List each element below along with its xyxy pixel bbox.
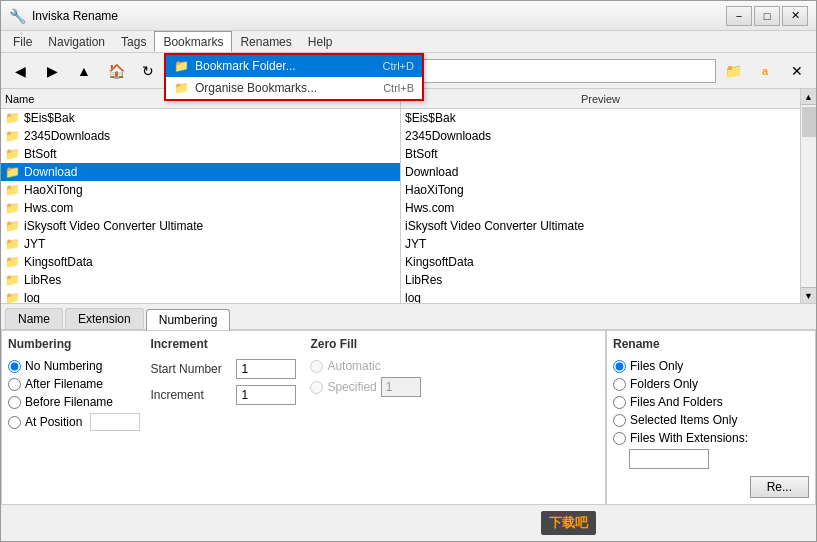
rename-section: Rename Files Only Folders Only Files And… xyxy=(606,330,816,505)
at-position-option[interactable]: At Position xyxy=(8,413,140,431)
rename-button[interactable]: Re... xyxy=(750,476,809,498)
numbering-options: Numbering No Numbering After Filename Be… xyxy=(8,337,140,498)
scroll-thumb[interactable] xyxy=(802,107,816,137)
file-list-items: 📁$Eis$Bak 📁2345Downloads 📁BtSoft 📁Downlo… xyxy=(1,109,400,303)
preview-item: Hws.com xyxy=(401,199,800,217)
before-filename-option[interactable]: Before Filename xyxy=(8,395,140,409)
files-and-folders-option[interactable]: Files And Folders xyxy=(613,395,809,409)
numbering-radio-group: No Numbering After Filename Before Filen… xyxy=(8,359,140,431)
increment-input[interactable] xyxy=(236,385,296,405)
zerofill-section: Zero Fill Automatic Specified xyxy=(310,337,440,498)
file-item[interactable]: 📁JYT xyxy=(1,235,400,253)
folders-only-radio[interactable] xyxy=(613,378,626,391)
preview-item: log xyxy=(401,289,800,303)
files-with-extensions-option[interactable]: Files With Extensions: xyxy=(613,431,809,445)
start-number-input[interactable] xyxy=(236,359,296,379)
folder-icon: 📁 xyxy=(5,201,20,215)
position-input[interactable] xyxy=(90,413,140,431)
at-position-radio[interactable] xyxy=(8,416,21,429)
file-item[interactable]: 📁HaoXiTong xyxy=(1,181,400,199)
preview-item: 2345Downloads xyxy=(401,127,800,145)
file-item-selected[interactable]: 📁Download xyxy=(1,163,400,181)
scroll-down[interactable]: ▼ xyxy=(801,287,816,303)
menu-tags[interactable]: Tags xyxy=(113,31,154,52)
before-filename-radio[interactable] xyxy=(8,396,21,409)
maximize-button[interactable]: □ xyxy=(754,6,780,26)
preview-item: iSkysoft Video Converter Ultimate xyxy=(401,217,800,235)
file-item[interactable]: 📁KingsoftData xyxy=(1,253,400,271)
bottom-panel: Numbering No Numbering After Filename Be… xyxy=(1,330,816,505)
amazon-button[interactable]: a xyxy=(750,56,780,86)
file-item[interactable]: 📁2345Downloads xyxy=(1,127,400,145)
menu-file[interactable]: File xyxy=(5,31,40,52)
app-title: Inviska Rename xyxy=(32,9,726,23)
minimize-button[interactable]: − xyxy=(726,6,752,26)
bookmark-folder-item[interactable]: 📁 Bookmark Folder... Ctrl+D xyxy=(166,55,422,77)
automatic-option[interactable]: Automatic xyxy=(310,359,440,373)
specified-option[interactable]: Specified xyxy=(310,377,440,397)
automatic-radio[interactable] xyxy=(310,360,323,373)
rename-radio-group: Files Only Folders Only Files And Folder… xyxy=(613,359,809,469)
file-item[interactable]: 📁log xyxy=(1,289,400,303)
organise-bookmarks-label: Organise Bookmarks... xyxy=(195,81,317,95)
tab-name[interactable]: Name xyxy=(5,308,63,329)
menu-bookmarks[interactable]: Bookmarks xyxy=(154,31,232,52)
after-filename-radio[interactable] xyxy=(8,378,21,391)
preview-item: HaoXiTong xyxy=(401,181,800,199)
selected-items-option[interactable]: Selected Items Only xyxy=(613,413,809,427)
extensions-input[interactable] xyxy=(629,449,709,469)
tabs-area: Name Extension Numbering xyxy=(1,304,816,330)
scrollbar[interactable]: ▲ ▼ xyxy=(800,89,816,303)
after-filename-option[interactable]: After Filename xyxy=(8,377,140,391)
file-item[interactable]: 📁Hws.com xyxy=(1,199,400,217)
folders-only-option[interactable]: Folders Only xyxy=(613,377,809,391)
scroll-up[interactable]: ▲ xyxy=(801,89,816,105)
title-bar: 🔧 Inviska Rename − □ ✕ xyxy=(1,1,816,31)
specified-input[interactable] xyxy=(381,377,421,397)
files-with-extensions-radio[interactable] xyxy=(613,432,626,445)
bookmark-folder-shortcut: Ctrl+D xyxy=(383,60,414,72)
bookmark-folder-icon: 📁 xyxy=(174,59,189,73)
browse-button[interactable]: 📁 xyxy=(718,56,748,86)
zerofill-radio-group: Automatic Specified xyxy=(310,359,440,397)
specified-radio[interactable] xyxy=(310,381,323,394)
file-item[interactable]: 📁iSkysoft Video Converter Ultimate xyxy=(1,217,400,235)
no-numbering-option[interactable]: No Numbering xyxy=(8,359,140,373)
no-numbering-radio[interactable] xyxy=(8,360,21,373)
preview-item: Download xyxy=(401,163,800,181)
file-item[interactable]: 📁LibRes xyxy=(1,271,400,289)
up-button[interactable]: ▲ xyxy=(69,56,99,86)
menu-renames[interactable]: Renames xyxy=(232,31,299,52)
start-number-label: Start Number xyxy=(150,362,230,376)
rename-btn-area: Re... xyxy=(613,476,809,498)
increment-fields: Start Number Increment xyxy=(150,359,300,405)
options-button[interactable]: ✕ xyxy=(782,56,812,86)
tab-numbering[interactable]: Numbering xyxy=(146,309,231,330)
files-only-radio[interactable] xyxy=(613,360,626,373)
forward-button[interactable]: ▶ xyxy=(37,56,67,86)
preview-item: LibRes xyxy=(401,271,800,289)
increment-title: Increment xyxy=(150,337,300,351)
file-item[interactable]: 📁BtSoft xyxy=(1,145,400,163)
refresh-button[interactable]: ↻ xyxy=(133,56,163,86)
files-only-option[interactable]: Files Only xyxy=(613,359,809,373)
file-list: Name 📁$Eis$Bak 📁2345Downloads 📁BtSoft 📁D… xyxy=(1,89,401,303)
organise-bookmarks-item[interactable]: 📁 Organise Bookmarks... Ctrl+B xyxy=(166,77,422,99)
home-button[interactable]: 🏠 xyxy=(101,56,131,86)
main-content: Name 📁$Eis$Bak 📁2345Downloads 📁BtSoft 📁D… xyxy=(1,89,816,304)
preview-item: $Eis$Bak xyxy=(401,109,800,127)
folder-icon: 📁 xyxy=(5,237,20,251)
tab-extension[interactable]: Extension xyxy=(65,308,144,329)
selected-items-radio[interactable] xyxy=(613,414,626,427)
close-button[interactable]: ✕ xyxy=(782,6,808,26)
folder-icon: 📁 xyxy=(5,111,20,125)
organise-bookmarks-icon: 📁 xyxy=(174,81,189,95)
menu-help[interactable]: Help xyxy=(300,31,341,52)
back-button[interactable]: ◀ xyxy=(5,56,35,86)
file-item[interactable]: 📁$Eis$Bak xyxy=(1,109,400,127)
menu-navigation[interactable]: Navigation xyxy=(40,31,113,52)
zerofill-title: Zero Fill xyxy=(310,337,440,351)
folder-icon: 📁 xyxy=(5,183,20,197)
files-and-folders-radio[interactable] xyxy=(613,396,626,409)
start-number-row: Start Number xyxy=(150,359,300,379)
